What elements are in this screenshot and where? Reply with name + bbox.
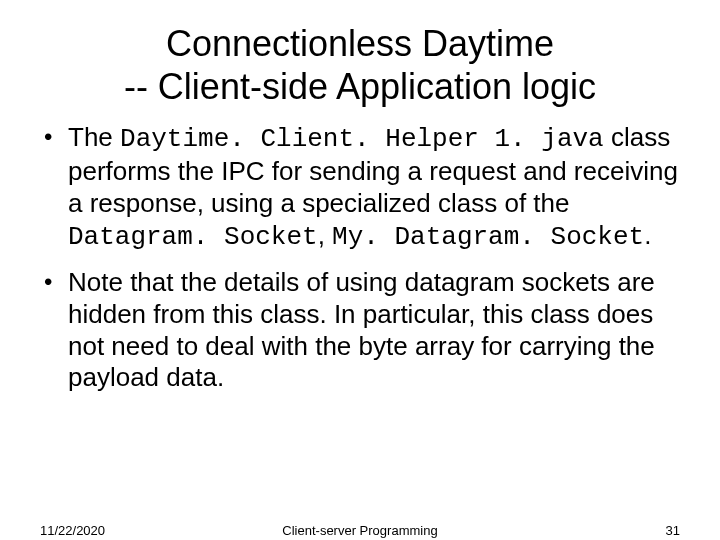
code-text: My. Datagram. Socket — [332, 222, 644, 252]
title-line-1: Connectionless Daytime — [166, 23, 554, 64]
slide-body: The Daytime. Client. Helper 1. java clas… — [40, 122, 680, 394]
bullet-item: The Daytime. Client. Helper 1. java clas… — [40, 122, 680, 253]
bullet-text: . — [644, 220, 651, 250]
code-text: Daytime. Client. Helper 1. java — [120, 124, 604, 154]
bullet-item: Note that the details of using datagram … — [40, 267, 680, 394]
footer-page-number: 31 — [666, 523, 680, 538]
code-text: Datagram. Socket — [68, 222, 318, 252]
slide: Connectionless Daytime -- Client-side Ap… — [0, 22, 720, 540]
slide-title: Connectionless Daytime -- Client-side Ap… — [70, 22, 650, 108]
bullet-text: The — [68, 122, 120, 152]
title-line-2: -- Client-side Application logic — [124, 66, 596, 107]
bullet-list: The Daytime. Client. Helper 1. java clas… — [40, 122, 680, 394]
bullet-text: Note that the details of using datagram … — [68, 267, 655, 392]
footer-title: Client-server Programming — [0, 523, 720, 538]
bullet-text: , — [318, 220, 332, 250]
